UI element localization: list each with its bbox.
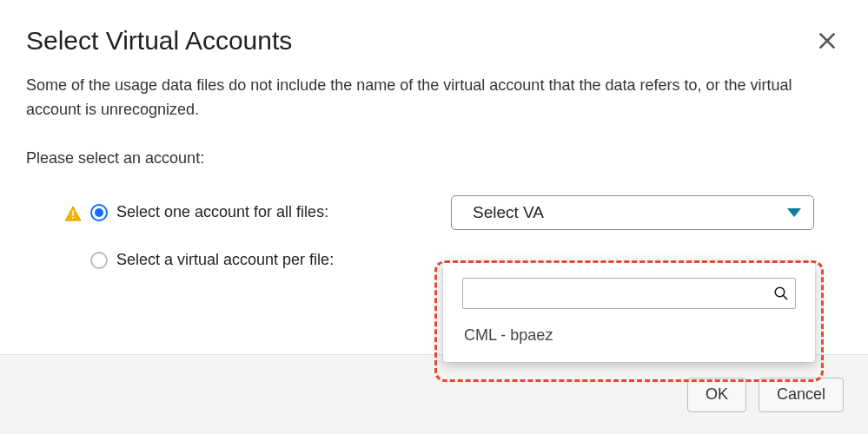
va-search-wrap bbox=[462, 278, 796, 309]
icon-spacer bbox=[64, 253, 82, 268]
radio-per-file[interactable] bbox=[90, 252, 108, 269]
dialog-prompt: Please select an account: bbox=[26, 147, 842, 171]
option-label: Select one account for all files: bbox=[116, 201, 328, 225]
svg-rect-2 bbox=[72, 210, 74, 215]
select-va-value: Select VA bbox=[473, 200, 544, 225]
select-virtual-accounts-dialog: Select Virtual Accounts Some of the usag… bbox=[0, 0, 868, 434]
dialog-title: Select Virtual Accounts bbox=[26, 26, 292, 56]
option-label: Select a virtual account per file: bbox=[116, 248, 334, 273]
dialog-body: Some of the usage data files do not incl… bbox=[0, 69, 868, 277]
option-one-account-all-files: Select one account for all files: Select… bbox=[64, 195, 842, 230]
select-va-dropdown[interactable]: Select VA bbox=[451, 195, 814, 230]
chevron-down-icon bbox=[787, 208, 801, 217]
svg-line-5 bbox=[783, 295, 787, 299]
close-icon[interactable] bbox=[812, 26, 842, 60]
cancel-button[interactable]: Cancel bbox=[759, 378, 844, 412]
va-option-cml-bpaez[interactable]: CML - bpaez bbox=[462, 323, 796, 348]
va-search-input[interactable] bbox=[462, 278, 796, 309]
radio-one-account[interactable] bbox=[90, 204, 108, 221]
warning-icon bbox=[64, 205, 82, 220]
va-dropdown-panel: CML - bpaez bbox=[443, 262, 815, 362]
dialog-header: Select Virtual Accounts bbox=[0, 0, 868, 69]
ok-button[interactable]: OK bbox=[687, 378, 746, 412]
dialog-footer: OK Cancel bbox=[0, 354, 868, 434]
svg-rect-3 bbox=[72, 217, 74, 219]
dialog-description: Some of the usage data files do not incl… bbox=[26, 74, 842, 122]
search-icon bbox=[773, 286, 789, 301]
